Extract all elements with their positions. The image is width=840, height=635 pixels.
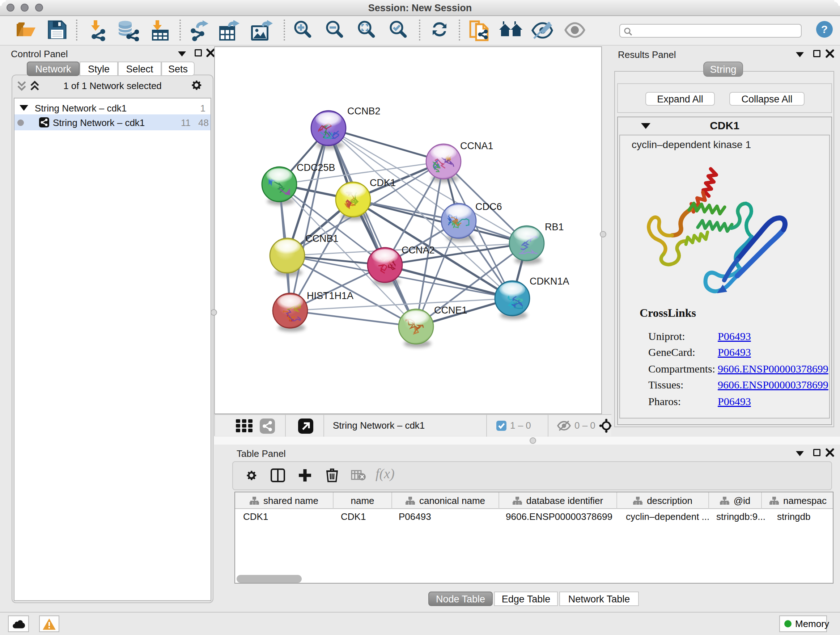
svg-text:CDC25B: CDC25B — [297, 162, 335, 173]
svg-text:CCNB2: CCNB2 — [347, 106, 381, 117]
svg-text:CCNA1: CCNA1 — [460, 141, 493, 151]
svg-text:CCNE1: CCNE1 — [434, 305, 467, 316]
svg-text:CDK1: CDK1 — [370, 177, 396, 188]
svg-text:CCNB1: CCNB1 — [305, 233, 339, 244]
svg-text:HIST1H1A: HIST1H1A — [307, 290, 354, 301]
svg-text:CDC6: CDC6 — [475, 201, 502, 212]
svg-text:?: ? — [821, 23, 828, 35]
svg-text:RB1: RB1 — [545, 222, 564, 233]
svg-text:CDKN1A: CDKN1A — [530, 276, 569, 287]
svg-text:CCNA2: CCNA2 — [401, 245, 435, 256]
